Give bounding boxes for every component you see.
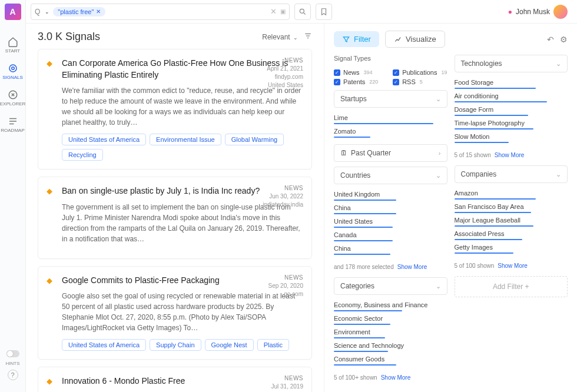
filter-item[interactable]: Amazon (455, 188, 568, 201)
card-meta: NEWSJul 31, 2019ntd.comUnited States (268, 374, 303, 392)
filter-item[interactable]: Science and Technology (334, 340, 447, 354)
filter-item[interactable]: United Kingdom (334, 189, 447, 202)
tech-showmore-link[interactable]: Show More (495, 152, 525, 158)
app-logo[interactable]: A (5, 4, 21, 20)
tag[interactable]: United States of America (62, 134, 146, 145)
countries-showmore: and 178 more selectedShow More (334, 261, 447, 273)
signal-type-check[interactable]: ✓RSS5 (393, 78, 447, 85)
compass-icon (8, 89, 18, 100)
search-box[interactable]: Q⌄ "plastic free" ✕ ✕ ▣ (31, 4, 290, 20)
user-name: John Musk (516, 8, 550, 16)
avatar (553, 5, 568, 19)
nav-roadmap[interactable]: ROADMAP (0, 111, 25, 138)
nav-start[interactable]: START (0, 32, 25, 58)
filter-item[interactable]: United States (334, 216, 447, 230)
card-title: Innovation 6 - Mondo Plastic Free (62, 376, 303, 387)
tag[interactable]: Google Nest (205, 339, 254, 351)
svg-point-1 (9, 65, 16, 72)
filter-item[interactable]: Air conditioning (455, 91, 568, 104)
tag[interactable]: United States of America (62, 339, 146, 351)
search-submit-button[interactable] (294, 4, 311, 20)
results-column: 3.0 K Signals Relevant ⌄ ◆Can Corporate … (26, 24, 324, 392)
filter-item[interactable]: Slow Motion (455, 131, 568, 145)
filter-item[interactable]: Food Storage (455, 77, 568, 91)
technologies-panel[interactable]: Technologies⌄ (455, 55, 568, 72)
visualize-button-label: Visualize (406, 35, 436, 44)
categories-showmore-link[interactable]: Show More (381, 374, 411, 381)
tag[interactable]: Global Warming (225, 134, 284, 145)
filter-item[interactable]: Consumer Goods (334, 354, 447, 367)
gear-icon[interactable]: ⚙ (560, 35, 568, 44)
startups-panel[interactable]: Startups⌄ (334, 90, 447, 108)
filter-item[interactable]: Lime (334, 112, 447, 126)
card-body: Google also set the goal of using recycl… (62, 291, 303, 333)
signal-type-check[interactable]: ✓Publications19 (393, 69, 447, 76)
home-icon (8, 36, 18, 47)
left-sidebar: A START SIGNALS EXPLORER ROADMAP HINTS ? (0, 0, 26, 392)
undo-icon[interactable]: ↶ (547, 35, 554, 44)
filter-item[interactable]: Getty Images (455, 242, 568, 255)
help-icon[interactable]: ? (8, 370, 18, 380)
filter-item[interactable]: Major League Baseball (455, 215, 568, 228)
filters-column: Filter Visualize ↶ ⚙ Signal Types ✓News3… (324, 24, 577, 392)
bookmark-button[interactable] (316, 4, 332, 20)
filter-button[interactable]: Filter (334, 31, 379, 47)
nav-signals[interactable]: SIGNALS (0, 58, 25, 85)
svg-point-3 (300, 9, 304, 13)
sort-dropdown[interactable]: Relevant ⌄ (262, 33, 298, 41)
filter-item[interactable]: San Francisco Bay Area (455, 201, 568, 215)
magnify-icon (299, 8, 307, 16)
settings-icon[interactable] (304, 32, 312, 42)
filter-item[interactable]: Economy, Business and Finance (334, 300, 447, 313)
user-menu[interactable]: ● John Musk (508, 5, 568, 19)
bookmark-icon (320, 8, 328, 16)
roadmap-icon (8, 116, 18, 127)
categories-panel[interactable]: Categories⌄ (334, 277, 447, 295)
search-collapse-icon[interactable]: ▣ (280, 8, 286, 15)
comp-showmore-link[interactable]: Show More (498, 263, 528, 269)
countries-showmore-link[interactable]: Show More (397, 264, 427, 270)
companies-panel[interactable]: Companies⌄ (455, 165, 568, 183)
checkbox-icon: ✓ (393, 79, 399, 85)
tag[interactable]: Recycling (62, 149, 103, 161)
filter-item[interactable]: Canada (334, 230, 447, 243)
search-clear-icon[interactable]: ✕ (270, 7, 277, 16)
card-meta: NEWSSep 20, 2020go.com (268, 274, 304, 298)
filter-item[interactable]: Economic Sector (334, 313, 447, 327)
checkbox-icon: ✓ (393, 69, 399, 76)
filter-item[interactable]: China (334, 202, 447, 216)
countries-panel[interactable]: Countries⌄ (334, 167, 447, 184)
search-caret-icon[interactable]: ⌄ (45, 9, 49, 15)
result-card[interactable]: ◆Can Corporate America Go Plastic-Free H… (38, 49, 312, 170)
filter-item[interactable]: Environment (334, 327, 447, 340)
card-title: Google Commits to Plastic-Free Packaging (62, 275, 303, 287)
chip-remove-icon[interactable]: ✕ (96, 8, 101, 15)
visualize-button[interactable]: Visualize (385, 31, 445, 48)
nav-explorer[interactable]: EXPLORER (0, 85, 25, 111)
signal-type-check[interactable]: ✓Patents220 (334, 78, 387, 85)
search-input[interactable] (109, 8, 267, 16)
spark-icon: ◆ (47, 377, 56, 387)
hints-toggle[interactable] (6, 350, 19, 357)
topbar: Q⌄ "plastic free" ✕ ✕ ▣ ● John Musk (26, 0, 577, 24)
result-card[interactable]: ◆Ban on single-use plastic by July 1, is… (38, 177, 312, 259)
signal-type-check[interactable]: ✓News394 (334, 69, 387, 76)
tag[interactable]: Environmental Issue (150, 134, 221, 145)
result-card[interactable]: ◆Innovation 6 - Mondo Plastic Free NEWSJ… (38, 367, 312, 392)
filter-item[interactable]: Time-lapse Photography (455, 118, 568, 131)
hints-label: HINTS (6, 361, 20, 366)
spark-icon: ◆ (47, 187, 56, 197)
chart-icon (394, 35, 402, 44)
tech-showmore: 5 of 15 shownShow More (455, 150, 568, 161)
filter-item[interactable]: Zomato (334, 126, 447, 139)
card-body: We're familiar with the common edict to … (62, 85, 303, 128)
tag[interactable]: Supply Chain (150, 339, 201, 351)
tag[interactable]: Plastic (257, 339, 289, 351)
filter-item[interactable]: Associated Press (455, 228, 568, 242)
date-panel[interactable]: 🗓 Past Quarter› (334, 144, 447, 162)
search-icon: Q (35, 8, 40, 16)
filter-item[interactable]: Dosage Form (455, 104, 568, 118)
result-card[interactable]: ◆Google Commits to Plastic-Free Packagin… (38, 266, 312, 360)
add-filter-button[interactable]: Add Filter + (455, 276, 568, 297)
filter-item[interactable]: China (334, 243, 447, 257)
